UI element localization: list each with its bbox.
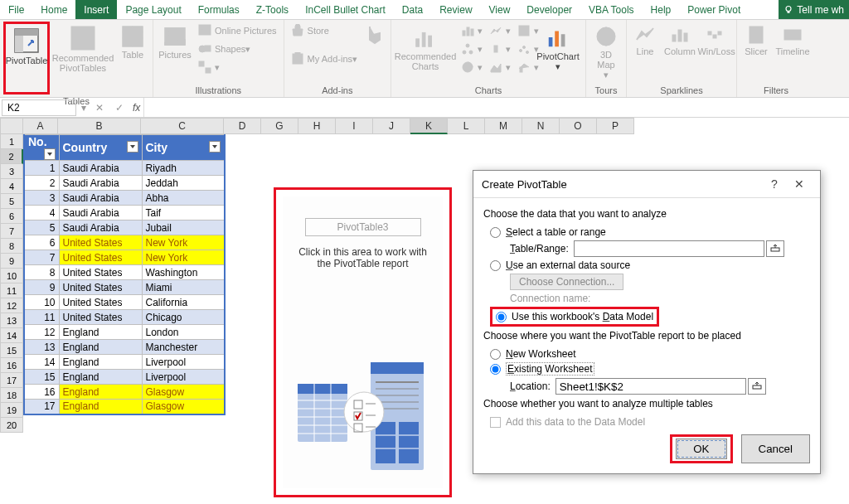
cell[interactable]: Liverpool <box>142 370 225 385</box>
more-illus-button[interactable]: ▾ <box>195 58 280 76</box>
cell[interactable]: England <box>59 340 142 355</box>
col-header-L[interactable]: L <box>448 118 485 134</box>
spark-wl-button[interactable]: Win/Loss <box>700 22 733 58</box>
row-header-16[interactable]: 16 <box>0 358 23 373</box>
cell[interactable]: 15 <box>24 370 59 385</box>
tab-ztools[interactable]: Z-Tools <box>248 0 297 19</box>
cell[interactable]: 8 <box>24 265 59 280</box>
cell[interactable]: 9 <box>24 280 59 295</box>
fx-icon[interactable]: fx <box>133 102 140 114</box>
cell[interactable]: London <box>142 325 225 340</box>
store-button[interactable]: Store <box>288 22 361 40</box>
radio-existing-worksheet[interactable] <box>490 364 501 375</box>
row-header-19[interactable]: 19 <box>0 403 23 418</box>
cell[interactable]: Saudi Arabia <box>59 191 142 206</box>
cell[interactable]: New York <box>142 250 225 265</box>
formula-input[interactable] <box>143 98 849 117</box>
cell[interactable]: 1 <box>24 161 59 176</box>
cell[interactable]: United States <box>59 250 142 265</box>
cell[interactable]: 12 <box>24 325 59 340</box>
shapes-button[interactable]: Shapes ▾ <box>195 40 280 58</box>
cell[interactable]: 2 <box>24 176 59 191</box>
radio-data-model[interactable] <box>496 312 507 322</box>
col-header-D[interactable]: D <box>224 118 261 134</box>
cell[interactable]: 10 <box>24 295 59 310</box>
cell[interactable]: Jubail <box>142 220 225 235</box>
tab-review[interactable]: Review <box>431 0 480 19</box>
header-country[interactable]: Country <box>59 135 142 161</box>
filter-dropdown-no[interactable] <box>44 148 56 160</box>
name-box[interactable]: K2 <box>2 99 76 116</box>
cell[interactable]: 16 <box>24 385 59 400</box>
row-header-3[interactable]: 3 <box>0 164 23 179</box>
col-header-M[interactable]: M <box>485 118 522 134</box>
cell[interactable]: Chicago <box>142 310 225 325</box>
chart-stat-button[interactable]: ▾ <box>486 40 514 58</box>
location-input[interactable] <box>555 378 746 395</box>
col-header-K[interactable]: K <box>410 118 448 134</box>
row-header-2[interactable]: 2 <box>0 149 23 164</box>
cell[interactable]: Saudi Arabia <box>59 161 142 176</box>
radio-external[interactable] <box>490 260 501 271</box>
row-header-11[interactable]: 11 <box>0 284 23 298</box>
ok-button[interactable]: OK <box>676 439 726 459</box>
cell[interactable]: United States <box>59 295 142 310</box>
tab-insert[interactable]: Insert <box>75 0 117 19</box>
cell[interactable]: England <box>59 400 142 414</box>
tab-powerpivot[interactable]: Power Pivot <box>679 0 749 19</box>
cell[interactable]: Saudi Arabia <box>59 206 142 220</box>
location-picker-button[interactable] <box>748 378 766 395</box>
col-header-J[interactable]: J <box>373 118 410 134</box>
tab-data[interactable]: Data <box>394 0 431 19</box>
cell[interactable]: California <box>142 295 225 310</box>
myaddins-button[interactable]: My Add-ins ▾ <box>288 50 361 68</box>
col-header-N[interactable]: N <box>522 118 560 134</box>
chart-surface-button[interactable]: ▾ <box>486 58 514 76</box>
col-header-I[interactable]: I <box>336 118 373 134</box>
cells-area[interactable]: No.CountryCity1Saudi ArabiaRiyadh2Saudi … <box>23 134 226 415</box>
tab-home[interactable]: Home <box>32 0 75 19</box>
tell-me[interactable]: Tell me wh <box>779 0 849 19</box>
cell[interactable]: New York <box>142 235 225 250</box>
pivotchart-button[interactable]: PivotChart▾ <box>534 22 582 74</box>
radio-select-range[interactable] <box>490 227 501 238</box>
rec-charts-button[interactable]: Recommended Charts <box>395 22 456 73</box>
pivottable-placeholder[interactable]: PivotTable3 Click in this area to work w… <box>274 187 452 497</box>
row-header-14[interactable]: 14 <box>0 328 23 343</box>
tab-incell[interactable]: InCell Bullet Chart <box>297 0 394 19</box>
col-header-O[interactable]: O <box>560 118 597 134</box>
chart-hier-button[interactable]: ▾ <box>458 40 486 58</box>
rec-pivot-button[interactable]: Recommended PivotTables <box>51 22 114 75</box>
cell[interactable]: England <box>59 385 142 400</box>
timeline-button[interactable]: Timeline <box>774 22 812 58</box>
opt-existing-worksheet[interactable]: Existing Worksheet <box>490 362 810 376</box>
cell[interactable]: Miami <box>142 280 225 295</box>
tab-page-layout[interactable]: Page Layout <box>117 0 189 19</box>
row-header-18[interactable]: 18 <box>0 388 23 403</box>
tab-developer[interactable]: Developer <box>518 0 580 19</box>
row-header-13[interactable]: 13 <box>0 313 23 328</box>
filter-dropdown-country[interactable] <box>127 141 138 153</box>
cell[interactable]: England <box>59 370 142 385</box>
tab-view[interactable]: View <box>481 0 519 19</box>
cell[interactable]: 17 <box>24 400 59 414</box>
cell[interactable]: 7 <box>24 250 59 265</box>
cell[interactable]: Saudi Arabia <box>59 176 142 191</box>
row-header-20[interactable]: 20 <box>0 418 23 433</box>
cell[interactable]: England <box>59 325 142 340</box>
enter-formula-icon[interactable]: ✓ <box>109 102 129 114</box>
radio-new-worksheet[interactable] <box>490 349 501 360</box>
opt-external[interactable]: Use an external data source <box>490 259 810 271</box>
col-header-C[interactable]: C <box>141 118 224 134</box>
col-header-A[interactable]: A <box>23 118 58 134</box>
online-pictures-button[interactable]: Online Pictures <box>195 22 280 40</box>
dialog-help-icon[interactable]: ? <box>762 177 787 191</box>
col-header-P[interactable]: P <box>597 118 634 134</box>
cell[interactable]: 6 <box>24 235 59 250</box>
row-header-8[interactable]: 8 <box>0 239 23 254</box>
chart-line-button[interactable]: ▾ <box>486 22 514 40</box>
row-header-1[interactable]: 1 <box>0 134 23 149</box>
tab-formulas[interactable]: Formulas <box>190 0 248 19</box>
cell[interactable]: United States <box>59 235 142 250</box>
table-range-input[interactable] <box>574 240 764 257</box>
